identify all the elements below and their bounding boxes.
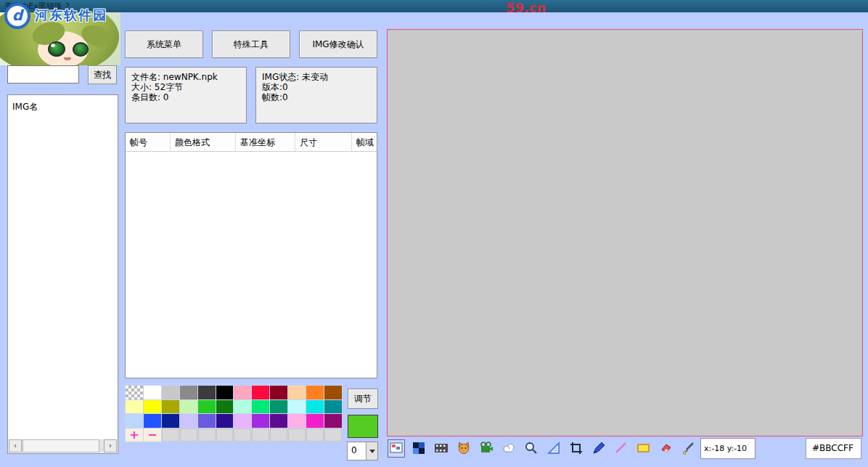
current-color-swatch[interactable] [348, 415, 378, 438]
palette-swatch[interactable] [144, 414, 161, 428]
palette-mode-icon [412, 441, 426, 455]
palette-swatch[interactable] [288, 400, 306, 414]
palette-swatch[interactable] [234, 414, 251, 428]
palette-swatch[interactable] [144, 386, 161, 399]
img-list[interactable]: IMG名 ‹ › [7, 94, 118, 454]
watermark-site-text: 河东软件园 [35, 7, 107, 24]
palette-swatch[interactable] [270, 414, 287, 428]
palette-empty-slot[interactable] [252, 429, 269, 442]
palette-swatch[interactable] [198, 414, 216, 428]
palette-swatch[interactable] [252, 400, 269, 414]
img-confirm-button[interactable]: IMG修改确认 [299, 31, 377, 58]
column-header-base-coords[interactable]: 基准坐标 [236, 133, 295, 151]
img-frames-text: 帧数:0 [262, 92, 371, 102]
palette-swatch[interactable] [180, 400, 197, 414]
palette-swatch[interactable] [234, 386, 251, 399]
palette-index-dropdown[interactable]: 0 [347, 442, 378, 460]
tool-button-cloud[interactable] [500, 439, 517, 458]
column-header-frame-no[interactable]: 帧号 [126, 133, 171, 151]
tool-button-camera[interactable] [478, 439, 495, 458]
film-strip-icon [434, 441, 449, 455]
dropdown-arrow-button[interactable] [366, 442, 377, 460]
scroll-left-button[interactable]: ‹ [9, 439, 22, 452]
palette-swatch[interactable] [126, 386, 143, 399]
palette-empty-slot[interactable] [288, 429, 306, 442]
palette-swatch[interactable] [216, 414, 234, 428]
palette-swatch[interactable] [306, 386, 324, 399]
tool-button-filmstrip[interactable] [433, 439, 450, 458]
palette-swatch[interactable] [162, 400, 179, 414]
tool-button-rectangle[interactable] [635, 439, 652, 458]
palette-swatch[interactable] [162, 414, 179, 428]
eyedropper-icon [681, 441, 696, 455]
tool-button-zoom[interactable] [523, 439, 540, 458]
palette-swatch[interactable] [324, 400, 342, 414]
palette-swatch[interactable] [288, 414, 306, 428]
palette-empty-slot[interactable] [216, 429, 234, 442]
palette-empty-slot[interactable] [198, 429, 216, 442]
palette-swatch[interactable] [180, 386, 197, 399]
column-header-color-format[interactable]: 颜色格式 [171, 133, 236, 151]
img-list-hscrollbar[interactable]: ‹ › [9, 439, 117, 452]
column-header-frame-domain[interactable]: 帧域 [352, 133, 377, 151]
app-window: 变态のEx黑猫版 2 d 河东软件园 59.cn 系统菜单 特殊工具 IMG修改… [0, 0, 868, 467]
special-tools-button[interactable]: 特殊工具 [212, 31, 290, 58]
cat-icon [456, 441, 471, 455]
palette-empty-slot[interactable] [270, 429, 287, 442]
palette-swatch[interactable] [144, 400, 161, 414]
search-button[interactable]: 查找 [88, 65, 117, 84]
palette-swatch[interactable] [234, 400, 251, 414]
scroll-track[interactable] [22, 439, 104, 452]
palette-swatch[interactable] [180, 414, 197, 428]
column-header-size[interactable]: 尺寸 [295, 133, 352, 151]
tool-button-eraser[interactable] [658, 439, 675, 458]
palette-remove-button[interactable]: − [144, 429, 161, 442]
tool-button-line[interactable] [613, 439, 630, 458]
palette-empty-slot[interactable] [162, 429, 179, 442]
tool-button-palette-mode[interactable] [410, 439, 427, 458]
frame-table[interactable]: 帧号 颜色格式 基准坐标 尺寸 帧域 [125, 132, 377, 378]
scroll-thumb[interactable] [22, 439, 99, 452]
file-info-panel: 文件名: newNPK.npk 大小: 52字节 条目数: 0 [125, 67, 247, 123]
tool-button-pen[interactable] [590, 439, 607, 458]
palette-swatch[interactable] [252, 386, 269, 399]
palette-swatch[interactable] [270, 400, 287, 414]
palette-swatch[interactable] [288, 386, 306, 399]
palette-swatch[interactable] [126, 414, 143, 428]
scroll-right-button[interactable]: › [104, 439, 117, 452]
palette-swatch[interactable] [252, 414, 269, 428]
palette-swatch[interactable] [216, 386, 234, 399]
search-input[interactable] [7, 65, 79, 84]
palette-swatch[interactable] [270, 386, 287, 399]
tool-button-preview[interactable] [388, 439, 405, 458]
bottom-toolbar [388, 439, 720, 458]
palette-empty-slot[interactable] [324, 429, 342, 442]
palette-swatch[interactable] [126, 400, 143, 414]
system-menu-button[interactable]: 系统菜单 [125, 31, 203, 58]
tool-button-cat[interactable] [455, 439, 472, 458]
entry-count-text: 条目数: 0 [131, 92, 240, 102]
frame-table-header: 帧号 颜色格式 基准坐标 尺寸 帧域 [126, 133, 377, 152]
palette-swatch[interactable] [306, 400, 324, 414]
background-hex-value[interactable]: #BBCCFF [806, 438, 861, 459]
palette-empty-slot[interactable] [180, 429, 197, 442]
palette-empty-slot[interactable] [306, 429, 324, 442]
palette-swatch[interactable] [216, 400, 234, 414]
img-version-text: 版本:0 [262, 82, 371, 92]
palette-swatch[interactable] [198, 400, 216, 414]
palette-swatch[interactable] [324, 414, 342, 428]
palette-empty-slot[interactable] [234, 429, 251, 442]
tool-button-eyedropper[interactable] [680, 439, 697, 458]
eraser-icon [659, 441, 673, 455]
canvas-area[interactable] [387, 29, 863, 436]
tool-button-ruler[interactable] [545, 439, 562, 458]
palette-swatch[interactable] [306, 414, 324, 428]
tool-button-crop[interactable] [568, 439, 585, 458]
film-camera-icon [479, 441, 494, 455]
palette-swatch[interactable] [198, 386, 216, 399]
palette-swatch[interactable] [162, 386, 179, 399]
adjust-button[interactable]: 调节 [348, 389, 378, 409]
palette-add-button[interactable]: + [126, 429, 143, 442]
palette-swatch[interactable] [324, 386, 342, 399]
avatar-eye-glint [51, 44, 55, 47]
